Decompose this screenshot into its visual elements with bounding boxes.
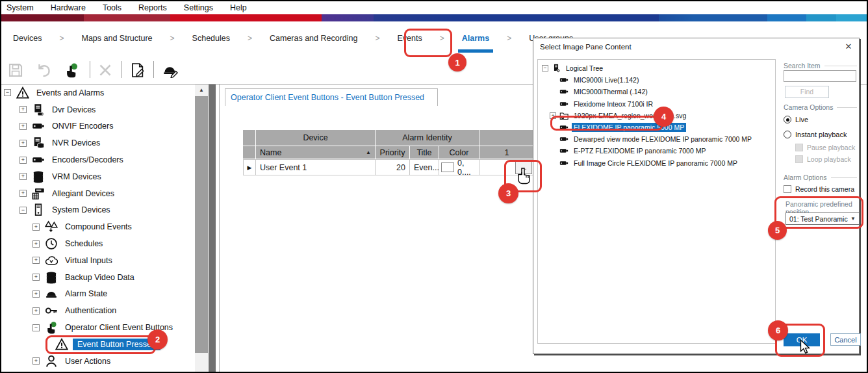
expand-icon[interactable]: + [32,307,40,315]
tree-item-label: Backup Video Data [62,272,137,283]
menu-bar: SystemHardwareToolsReportsSettingsHelp [1,1,867,14]
edit-document-icon[interactable] [129,61,147,79]
tree-item-full-image-circle-flexidome-ip-panoramic-7000-mp[interactable]: Full Image Circle FLEXIDOME IP panoramic… [538,157,775,169]
tree-item-alarm-state[interactable]: +Alarm State [1,286,195,303]
tree-item-logical-tree[interactable]: −Logical Tree [538,62,775,74]
tab-cameras-and-recording[interactable]: Cameras and Recording [270,21,358,55]
tree-item-onvif-encoders[interactable]: +ONVIF Encoders [1,118,195,135]
user-icon [44,354,58,368]
group-header-device[interactable]: Device [256,130,376,146]
color-swatch[interactable] [441,162,454,172]
expand-icon[interactable]: + [19,140,27,147]
tab-schedules[interactable]: Schedules [192,21,230,55]
expand-icon[interactable]: + [19,190,27,197]
tab-alarms[interactable]: Alarms [462,21,489,55]
menu-system[interactable]: System [6,3,34,12]
expand-icon[interactable]: + [32,240,40,248]
tree-item-label: MIC9000iThermal (.142) [572,87,650,96]
tree-item-flexidome-inteox-7100i-ir[interactable]: Flexidome Inteox 7100i IR [538,98,775,110]
checkbox-unchecked-icon[interactable] [784,185,791,193]
expand-icon[interactable]: + [550,112,556,119]
column-header-1[interactable]: 1 [479,146,535,159]
menu-settings[interactable]: Settings [184,3,213,12]
radio-unselected-icon[interactable] [784,131,791,138]
expand-icon[interactable]: + [19,106,27,113]
column-header-color[interactable]: Color [439,146,479,159]
tree-item-backup-video-data[interactable]: +Backup Video Data [1,269,195,286]
record-this-camera-checkbox[interactable]: Record this camera [784,185,854,193]
tree-item-authentication[interactable]: +Authentication [1,302,195,319]
group-header-alarm-identity[interactable]: Alarm Identity [376,130,479,146]
matrix-keyboard-icon [31,186,45,200]
menu-help[interactable]: Help [230,3,247,12]
panel-splitter[interactable] [209,84,216,372]
cell-color[interactable]: 0, 0,... [439,159,479,175]
cell-title[interactable]: Even... [410,159,439,175]
cell-priority[interactable]: 20 [376,159,410,175]
expand-icon[interactable]: + [19,157,27,164]
live-radio[interactable]: Live [784,116,808,123]
collapse-icon[interactable]: − [4,89,11,96]
tree-item-events-and-alarms[interactable]: −Events and Alarms [1,84,195,101]
tree-item-mic9000ithermal-142[interactable]: MIC9000iThermal (.142) [538,86,775,97]
tree-item-nvr-devices[interactable]: +NVR Devices [1,135,195,151]
tab-devices[interactable]: Devices [13,21,42,55]
find-button[interactable]: Find [785,86,829,98]
tree-item-schedules[interactable]: +Schedules [1,235,195,252]
tree-item-vrm-devices[interactable]: +VRM Devices [1,168,195,185]
tab-events[interactable]: Events [398,21,422,55]
ok-button[interactable]: OK [784,333,820,346]
browse-camera-button[interactable]: ... [515,161,532,174]
search-input[interactable] [784,70,856,82]
menu-reports[interactable]: Reports [138,3,167,12]
tree-scrollbar[interactable]: ▲ [195,84,208,372]
column-header-name[interactable]: Name ▲ [256,146,376,159]
panoramic-position-dropdown[interactable]: 01: Test Panoramic ▼ [785,212,860,225]
close-icon[interactable]: ✕ [843,42,854,52]
collapse-icon[interactable]: − [19,207,27,214]
scrollbar-thumb[interactable] [195,96,208,353]
tree-item-1920px-emea-region-worldmap-svg[interactable]: +1920px-EMEA_region_worldmap.svg [538,110,775,122]
expand-icon[interactable]: + [32,274,40,281]
tree-item-flexidome-ip-panoramic-5000-mp[interactable]: FLEXIDOME IP panoramic 5000 MP [538,122,775,133]
tree-item-compound-events[interactable]: +Compound Events [1,218,195,235]
row-selector-cell[interactable]: ▶ [243,159,256,175]
tree-item-allegiant-devices[interactable]: +Allegiant Devices [1,185,195,202]
expand-icon[interactable]: + [32,357,40,365]
tree-item-system-devices[interactable]: −System Devices [1,202,195,219]
scroll-up-icon[interactable]: ▲ [195,84,208,96]
expand-icon[interactable]: + [32,224,40,231]
tree-item-e-ptz-flexidome-ip-panoramic-7000-mp[interactable]: E-PTZ FLEXIDOME IP panoramic 7000 MP [538,145,775,157]
edit-alarm-icon[interactable] [161,61,179,79]
tree-item-user-actions[interactable]: +User Actions [1,353,195,370]
content-tab[interactable]: Operator Client Event Buttons - Event Bu… [225,88,438,106]
pause-playback-checkbox: Pause playback [795,144,855,151]
instant-playback-radio[interactable]: Instant playback [784,131,847,138]
hand-press-icon [44,321,58,335]
tree-item-operator-client-event-buttons[interactable]: −Operator Client Event Buttons [1,319,195,336]
column-header-priority[interactable]: Priority [376,146,410,159]
tree-item-dvr-devices[interactable]: +Dvr Devices [1,101,195,118]
column-header-title[interactable]: Title [410,146,439,159]
expand-icon[interactable]: + [32,257,40,264]
menu-hardware[interactable]: Hardware [51,3,86,12]
radio-selected-icon[interactable] [784,116,791,123]
table-row[interactable]: ▶ User Event 1 20 Even... 0, 0,... ... [243,159,540,175]
tab-maps-and-structure[interactable]: Maps and Structure [81,21,152,55]
tree-item-event-button-pressed[interactable]: Event Button Pressed [1,336,195,353]
tree-item-virtual-inputs[interactable]: +Virtual Inputs [1,252,195,269]
cell-name[interactable]: User Event 1 [256,159,376,175]
expand-icon[interactable]: + [19,123,27,130]
event-button-icon[interactable] [62,61,81,79]
tree-item-encoders-decoders[interactable]: +Encoders/Decoders [1,151,195,168]
cell-camera-1[interactable]: ... [479,159,535,175]
group-header-1[interactable] [479,130,540,146]
cancel-button[interactable]: Cancel [830,333,861,346]
collapse-icon[interactable]: − [32,324,40,331]
tree-item-dewarped-view-mode-flexidome-ip-panoramic-7000-mp[interactable]: Dewarped view mode FLEXIDOME IP panorami… [538,133,775,145]
tree-item-mic9000i-live-1-142[interactable]: MIC9000i Live(1.142) [538,74,775,86]
expand-icon[interactable]: + [19,173,27,180]
expand-icon[interactable]: + [32,290,40,298]
collapse-icon[interactable]: − [542,65,548,71]
menu-tools[interactable]: Tools [103,3,121,12]
